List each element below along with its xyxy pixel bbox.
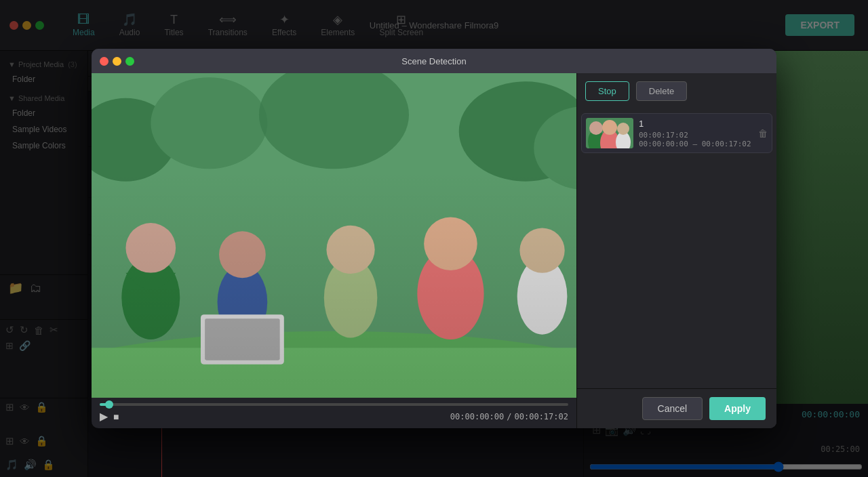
scene-info: 1 00:00:17:02 00:00:00:00 – 00:00:17:02 [639,119,753,148]
playback-controls: ▶ ■ [100,410,119,423]
svg-point-22 [589,121,603,135]
video-art [92,73,576,398]
scene-list: 1 00:00:17:02 00:00:00:00 – 00:00:17:02 … [577,109,776,388]
svg-point-24 [602,120,617,135]
scene-item[interactable]: 1 00:00:17:02 00:00:00:00 – 00:00:17:02 … [581,113,772,153]
stop-button[interactable]: Stop [585,81,629,101]
apply-button[interactable]: Apply [709,397,766,420]
video-time-display: 00:00:00:00 / 00:00:17:02 [450,412,568,421]
modal-title: Scene Detection [401,56,466,66]
modal-minimize-button[interactable] [113,57,121,66]
modal-footer: Cancel Apply [577,388,776,428]
modal-overlay: Scene Detection [0,0,868,477]
cancel-button[interactable]: Cancel [642,397,703,420]
modal-close-button[interactable] [100,57,108,66]
scene-delete-icon[interactable]: 🗑 [758,128,768,139]
modal-video-frame [92,73,576,398]
play-button[interactable]: ▶ [100,410,108,423]
modal-window-controls [100,57,134,66]
modal-video-area: ▶ ■ 00:00:00:00 / 00:00:17:02 [92,73,576,428]
svg-point-26 [617,123,629,135]
scene-thumb-svg [586,118,633,148]
modal-right-panel: Stop Delete [576,73,776,428]
stop-playback-button[interactable]: ■ [113,411,119,422]
modal-video-controls: ▶ ■ 00:00:00:00 / 00:00:17:02 [92,398,576,428]
scene-detection-modal: Scene Detection [92,49,776,428]
delete-button[interactable]: Delete [636,81,688,101]
modal-right-header: Stop Delete [577,73,776,109]
modal-titlebar: Scene Detection [92,49,776,73]
scene-thumbnail [586,118,633,148]
modal-maximize-button[interactable] [125,57,134,66]
progress-indicator [105,400,113,409]
progress-bar[interactable] [100,403,568,406]
modal-body: ▶ ■ 00:00:00:00 / 00:00:17:02 Stop [92,73,776,428]
svg-point-2 [151,77,267,169]
